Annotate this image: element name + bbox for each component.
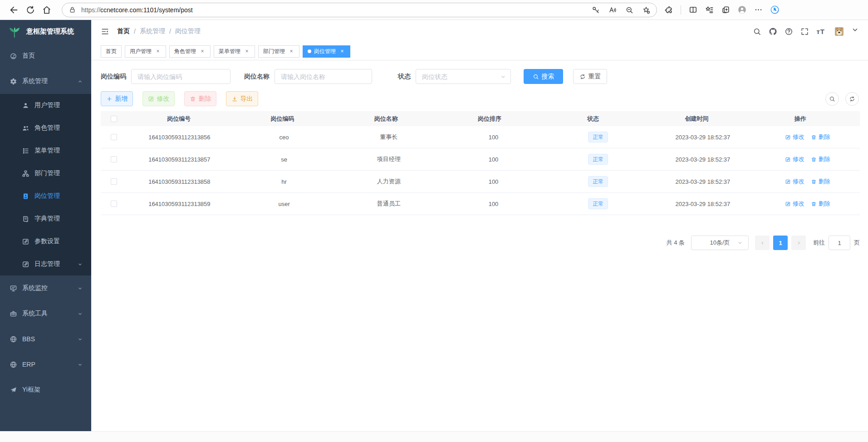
back-icon[interactable] xyxy=(9,5,19,15)
sidebar-item-日志管理[interactable]: 日志管理 xyxy=(0,253,91,275)
status-select[interactable] xyxy=(416,69,511,84)
cell-status: 正常 xyxy=(546,176,651,187)
sidebar-item-岗位管理[interactable]: 岗位管理 xyxy=(0,185,91,207)
github-icon[interactable] xyxy=(769,27,777,36)
sidebar-item-部门管理[interactable]: 部门管理 xyxy=(0,162,91,185)
select-all-checkbox[interactable] xyxy=(111,116,117,122)
split-screen-icon[interactable] xyxy=(689,5,697,14)
horizontal-scrollbar[interactable] xyxy=(0,431,868,442)
edit-button[interactable]: 修改 xyxy=(142,91,175,106)
duplicate-tab-icon[interactable] xyxy=(721,5,730,14)
lock-icon[interactable] xyxy=(69,6,76,14)
add-button[interactable]: 新增 xyxy=(101,91,133,106)
cell-code: se xyxy=(232,156,337,163)
next-page-button[interactable] xyxy=(791,236,806,250)
profile-icon[interactable] xyxy=(738,5,746,14)
prev-page-button[interactable] xyxy=(755,236,770,250)
tab-岗位管理[interactable]: 岗位管理× xyxy=(303,45,350,58)
sidebar-item-角色管理[interactable]: 角色管理 xyxy=(0,117,91,139)
row-checkbox[interactable] xyxy=(111,156,117,162)
collections-icon[interactable] xyxy=(705,5,714,14)
close-icon[interactable]: × xyxy=(155,48,161,54)
post-code-input[interactable] xyxy=(131,69,230,84)
show-search-button[interactable] xyxy=(825,92,839,106)
read-aloud-icon[interactable] xyxy=(608,6,617,14)
edit-row-link[interactable]: 修改 xyxy=(785,200,804,208)
sidebar-item-系统管理[interactable]: 系统管理 xyxy=(0,69,91,94)
logo[interactable]: 意框架管理系统 xyxy=(0,20,91,43)
sidebar-item-首页[interactable]: 首页 xyxy=(0,43,91,69)
edit-pen-icon xyxy=(785,179,791,185)
gear-icon xyxy=(10,78,17,85)
sidebar-item-参数设置[interactable]: 参数设置 xyxy=(0,230,91,253)
edit-row-link[interactable]: 修改 xyxy=(785,155,804,163)
goto-page-input[interactable] xyxy=(829,236,850,250)
post-name-input[interactable] xyxy=(275,69,372,84)
collapse-sidebar-icon[interactable] xyxy=(101,27,109,36)
zoom-out-icon[interactable] xyxy=(625,6,633,14)
edit-label: 修改 xyxy=(793,155,804,163)
table-tools xyxy=(825,92,859,106)
key-icon[interactable] xyxy=(592,6,600,14)
tab-部门管理[interactable]: 部门管理× xyxy=(258,45,299,58)
delete-row-link[interactable]: 删除 xyxy=(811,133,830,141)
filter-form: 岗位编码 岗位名称 状态 搜索 重置 xyxy=(101,69,860,84)
close-icon[interactable]: × xyxy=(339,48,345,54)
search-icon[interactable] xyxy=(753,27,761,36)
export-button[interactable]: 导出 xyxy=(226,91,258,106)
breadcrumb-item: 岗位管理 xyxy=(175,27,201,35)
reload-icon[interactable] xyxy=(25,5,35,15)
row-checkbox[interactable] xyxy=(111,178,117,185)
cell-id: 1641030593112313858 xyxy=(127,178,232,185)
sidebar-item-菜单管理[interactable]: 菜单管理 xyxy=(0,139,91,162)
user-icon xyxy=(22,102,29,109)
row-checkbox[interactable] xyxy=(111,134,117,140)
delete-button[interactable]: 删除 xyxy=(184,91,216,106)
font-size-icon[interactable]: тT xyxy=(816,28,825,35)
delete-row-link[interactable]: 删除 xyxy=(811,200,830,208)
sidebar-item-字典管理[interactable]: 字典管理 xyxy=(0,207,91,230)
tab-菜单管理[interactable]: 菜单管理× xyxy=(214,45,255,58)
reset-button[interactable]: 重置 xyxy=(573,69,607,84)
sidebar-item-系统监控[interactable]: 系统监控 xyxy=(0,275,91,301)
close-icon[interactable]: × xyxy=(199,48,206,54)
edit-row-link[interactable]: 修改 xyxy=(785,133,804,141)
sidebar-item-Yi框架[interactable]: Yi框架 xyxy=(0,377,91,403)
sidebar-item-BBS[interactable]: BBS xyxy=(0,326,91,352)
sidebar-item-用户管理[interactable]: 用户管理 xyxy=(0,94,91,117)
edit-row-link[interactable]: 修改 xyxy=(785,177,804,186)
row-checkbox[interactable] xyxy=(111,201,117,207)
delete-row-link[interactable]: 删除 xyxy=(811,155,830,163)
help-icon[interactable] xyxy=(785,27,793,36)
delete-row-link[interactable]: 删除 xyxy=(811,177,830,186)
plus-icon xyxy=(106,96,113,102)
url-text[interactable]: https://ccnetcore.com:1101/system/post xyxy=(81,6,592,14)
cell-created: 2023-03-29 18:52:37 xyxy=(651,201,755,207)
refresh-table-button[interactable] xyxy=(845,92,859,106)
button-label: 删除 xyxy=(199,95,211,103)
more-icon[interactable] xyxy=(754,5,763,14)
sidebar-item-ERP[interactable]: ERP xyxy=(0,352,91,377)
home-icon[interactable] xyxy=(42,5,52,15)
search-button[interactable]: 搜索 xyxy=(524,69,563,84)
close-icon[interactable]: × xyxy=(288,48,294,54)
page-number-1[interactable]: 1 xyxy=(773,236,788,250)
sidebar-item-系统工具[interactable]: 系统工具 xyxy=(0,301,91,326)
tab-首页[interactable]: 首页 xyxy=(101,45,122,58)
favorite-add-icon[interactable] xyxy=(642,6,650,14)
breadcrumb-separator: / xyxy=(134,28,136,35)
breadcrumb-item[interactable]: 首页 xyxy=(117,27,130,35)
avatar-caret-icon[interactable] xyxy=(851,25,859,34)
refresh-icon xyxy=(579,74,586,80)
close-icon[interactable]: × xyxy=(244,48,250,54)
address-bar[interactable]: https://ccnetcore.com:1101/system/post xyxy=(62,3,657,17)
page-size-select[interactable]: 10条/页 xyxy=(691,236,749,250)
extensions-icon[interactable] xyxy=(664,5,673,14)
navbar-actions: тT xyxy=(753,25,859,37)
fullscreen-icon[interactable] xyxy=(800,27,809,36)
tab-角色管理[interactable]: 角色管理× xyxy=(169,45,211,58)
tab-用户管理[interactable]: 用户管理× xyxy=(125,45,166,58)
edit-pen-icon xyxy=(785,201,791,207)
user-avatar[interactable] xyxy=(835,27,843,36)
bing-icon[interactable] xyxy=(770,5,779,14)
